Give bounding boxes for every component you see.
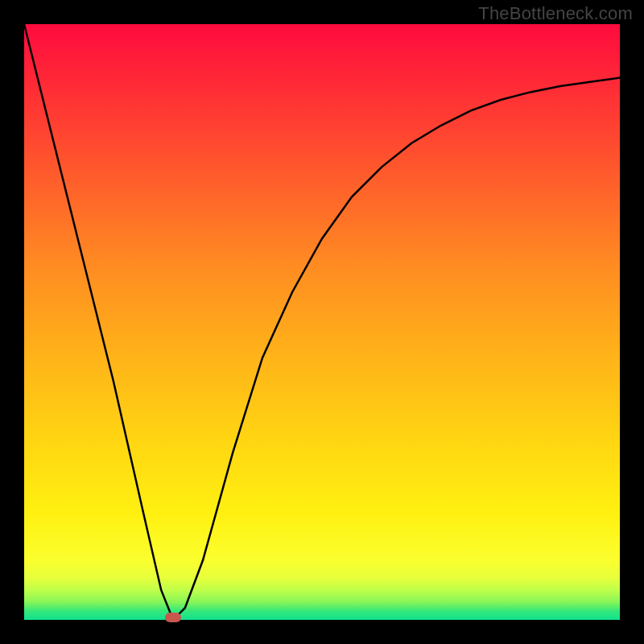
plot-area [24,24,620,620]
bottleneck-curve-path [24,24,620,620]
chart-frame: TheBottleneck.com [0,0,644,644]
watermark-text: TheBottleneck.com [478,3,633,24]
curve-svg [24,24,620,620]
minimum-marker [165,613,181,622]
